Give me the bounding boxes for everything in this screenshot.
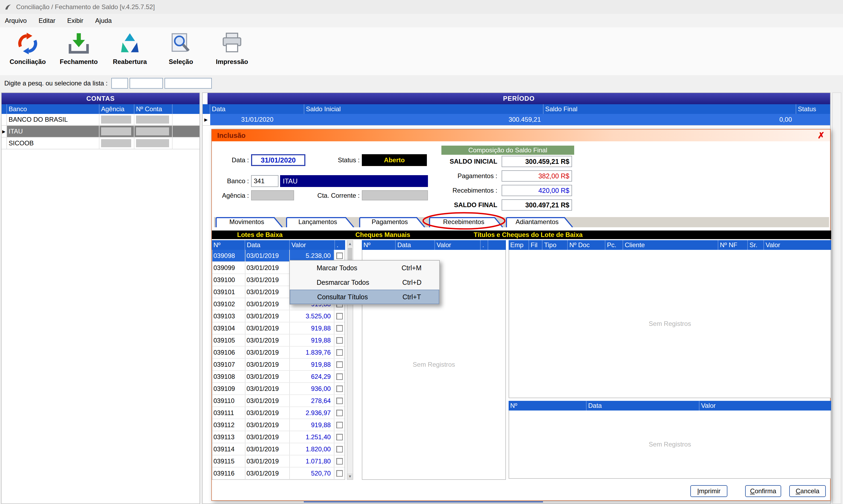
lote-data: 03/01/2019: [245, 371, 290, 382]
tab-adiantamentos[interactable]: Adiantamentos: [506, 217, 574, 227]
lote-checkbox[interactable]: [336, 385, 343, 392]
column-header: .: [481, 240, 488, 250]
menu-item-desmarcar-todos[interactable]: Desmarcar Todos Ctrl+D: [290, 275, 439, 290]
inclusao-dialog: Inclusão ✗ Data : 31/01/2020 Status : Ab…: [211, 129, 831, 501]
menu-item-shortcut: Ctrl+T: [402, 293, 421, 301]
title-bar: Conciliação / Fechamento de Saldo [v.4.2…: [0, 0, 843, 14]
lote-checkbox[interactable]: [336, 434, 343, 440]
banco-name-bar: ITAU: [280, 175, 428, 187]
lote-data: 03/01/2019: [245, 419, 290, 431]
lotes-grid-headers: Nº Data Valor .: [212, 240, 345, 250]
lote-data: 03/01/2019: [245, 346, 290, 358]
menu-ajuda[interactable]: Ajuda: [90, 14, 119, 27]
column-header: Nº Doc: [568, 240, 605, 250]
conciliacao-button[interactable]: Conciliação: [2, 28, 53, 75]
section-cheques-manuais: Cheques Manuais: [355, 231, 410, 238]
sync-arrows-icon: [15, 31, 40, 56]
column-header: Cliente: [623, 240, 718, 250]
lote-checkbox[interactable]: [336, 325, 343, 331]
recebimentos-label: Recebimentos :: [441, 187, 499, 194]
banco-code-field[interactable]: 341: [251, 175, 279, 187]
table-row[interactable]: SICOOB: [2, 138, 199, 149]
lote-checkbox[interactable]: [336, 361, 343, 368]
tab-recebimentos[interactable]: Recebimentos: [429, 217, 504, 227]
lote-numero: 039109: [212, 383, 245, 394]
menu-item-marcar-todos[interactable]: Marcar Todos Ctrl+M: [290, 260, 439, 275]
table-row[interactable]: 039116 03/01/2019 520,70: [212, 467, 345, 480]
search-input-2[interactable]: [129, 78, 163, 89]
lote-numero: 039099: [212, 262, 245, 273]
table-row[interactable]: ▶ ITAU: [2, 126, 199, 138]
scroll-up-icon[interactable]: ▲: [347, 241, 353, 247]
imprimir-button[interactable]: Imprimir: [690, 485, 727, 497]
table-row[interactable]: ▶ 31/01/2020 300.459,21 0,00: [203, 114, 830, 126]
lote-checkbox[interactable]: [336, 422, 343, 428]
table-row[interactable]: 039107 03/01/2019 919,88: [212, 359, 345, 371]
impressao-button[interactable]: Impressão: [207, 28, 258, 75]
search-row: Digite a pesq. ou selecione da lista :: [0, 75, 843, 91]
lote-numero: 039114: [212, 443, 245, 455]
main-scrollbar[interactable]: [832, 92, 841, 504]
lote-numero: 039113: [212, 431, 245, 443]
menu-exibir[interactable]: Exibir: [63, 14, 90, 27]
banco-label: Banco :: [212, 177, 249, 185]
status-value: Aberto: [362, 154, 427, 166]
toolbar-label: Reabertura: [113, 58, 147, 66]
table-row[interactable]: 039106 03/01/2019 1.839,76: [212, 346, 345, 359]
data-label: Data :: [212, 156, 249, 164]
lote-checkbox[interactable]: [336, 470, 343, 476]
lote-checkbox[interactable]: [336, 446, 343, 452]
table-row[interactable]: 039113 03/01/2019 1.251,40: [212, 431, 345, 443]
lote-checkbox[interactable]: [336, 349, 343, 356]
lote-valor: 624,29: [290, 371, 335, 382]
table-row[interactable]: 039115 03/01/2019 1.071,80: [212, 455, 345, 467]
lote-checkbox[interactable]: [336, 410, 343, 416]
toolbar-label: Conciliação: [10, 58, 46, 66]
lote-numero: 039101: [212, 286, 245, 298]
table-row[interactable]: BANCO DO BRASIL: [2, 114, 199, 126]
table-row[interactable]: 039114 03/01/2019 1.820,00: [212, 443, 345, 455]
lote-checkbox[interactable]: [336, 253, 343, 259]
background-grid-line: [304, 501, 543, 502]
saldo-final-label: SALDO FINAL: [441, 201, 499, 209]
cancela-button[interactable]: Cancela: [789, 485, 826, 497]
data-field[interactable]: 31/01/2020: [251, 154, 305, 166]
lote-checkbox[interactable]: [336, 398, 343, 404]
lote-data: 03/01/2019: [245, 322, 290, 334]
menu-item-consultar-titulos[interactable]: Consultar Títulos Ctrl+T: [290, 290, 439, 304]
lote-data: 03/01/2019: [245, 310, 290, 322]
reabertura-button[interactable]: Reabertura: [104, 28, 155, 75]
section-lotes-de-baixa: Lotes de Baixa: [237, 231, 282, 238]
table-row[interactable]: 039104 03/01/2019 919,88: [212, 322, 345, 335]
lote-checkbox[interactable]: [336, 313, 343, 320]
table-row[interactable]: 039110 03/01/2019 278,64: [212, 395, 345, 407]
search-input-1[interactable]: [111, 78, 128, 89]
lote-data: 03/01/2019: [245, 443, 290, 455]
lote-checkbox[interactable]: [336, 458, 343, 465]
selecao-button[interactable]: Seleção: [155, 28, 207, 75]
menu-arquivo[interactable]: Arquivo: [0, 14, 34, 27]
tab-movimentos[interactable]: Movimentos: [215, 217, 283, 227]
fechamento-button[interactable]: Fechamento: [53, 28, 104, 75]
tab-lancamentos[interactable]: Lançamentos: [286, 217, 355, 227]
table-row[interactable]: 039111 03/01/2019 2.936,97: [212, 407, 345, 419]
table-row[interactable]: 039103 03/01/2019 3.525,00: [212, 310, 345, 322]
table-row[interactable]: 039109 03/01/2019 936,00: [212, 383, 345, 395]
table-row[interactable]: 039112 03/01/2019 919,88: [212, 419, 345, 431]
column-header: Emp: [509, 240, 529, 250]
lote-checkbox[interactable]: [336, 337, 343, 344]
confirma-button[interactable]: Confirma: [745, 485, 781, 497]
tab-label: Movimentos: [215, 217, 283, 227]
tab-pagamentos[interactable]: Pagamentos: [359, 217, 426, 227]
table-row[interactable]: 039108 03/01/2019 624,29: [212, 371, 345, 383]
scroll-down-icon[interactable]: ▼: [347, 473, 353, 479]
lote-checkbox[interactable]: [336, 374, 343, 380]
search-input-3[interactable]: [164, 78, 212, 89]
lote-valor: 520,70: [290, 467, 335, 479]
lote-valor: 3.525,00: [290, 310, 335, 322]
column-header: Tipo: [543, 240, 568, 250]
close-icon[interactable]: ✗: [818, 130, 825, 141]
menu-editar[interactable]: Editar: [34, 14, 63, 27]
lote-valor: 919,88: [290, 359, 335, 370]
table-row[interactable]: 039105 03/01/2019 919,88: [212, 335, 345, 346]
